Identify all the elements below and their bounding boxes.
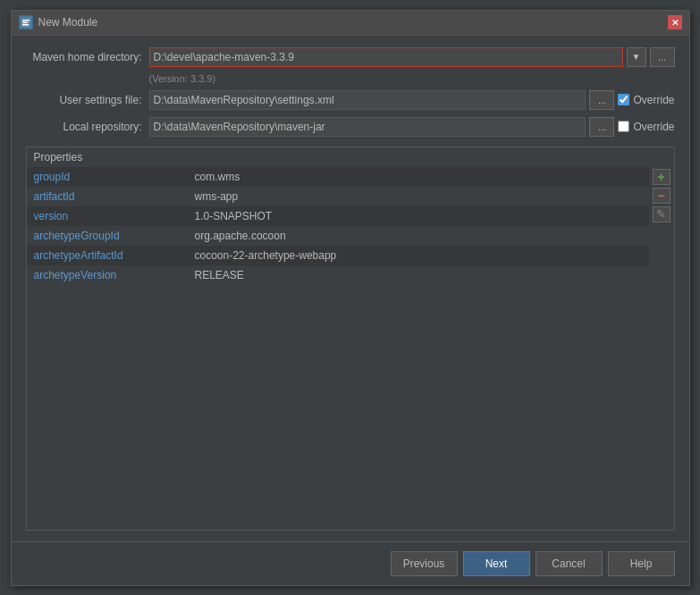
maven-home-row: Maven home directory: ▼ ... xyxy=(26,46,675,68)
remove-property-button[interactable]: − xyxy=(653,188,670,204)
user-settings-override-row: Override xyxy=(618,94,674,106)
user-settings-override-label: Override xyxy=(633,94,674,106)
cancel-button[interactable]: Cancel xyxy=(536,551,603,576)
svg-rect-1 xyxy=(22,20,30,21)
table-row[interactable]: archetypeGroupIdorg.apache.cocoon xyxy=(27,226,649,246)
table-row[interactable]: archetypeVersionRELEASE xyxy=(27,265,649,285)
dialog-footer: Previous Next Cancel Help xyxy=(12,541,689,585)
maven-home-browse-button[interactable]: ... xyxy=(650,47,675,67)
property-key: archetypeVersion xyxy=(27,269,188,281)
maven-home-input[interactable] xyxy=(149,47,623,67)
user-settings-input-group: ... Override xyxy=(149,90,675,110)
local-repo-override-checkbox[interactable] xyxy=(618,121,629,132)
local-repo-input-group: ... Override xyxy=(149,117,675,137)
property-key: version xyxy=(27,210,188,222)
dialog-icon xyxy=(19,15,33,29)
svg-rect-2 xyxy=(22,22,28,24)
property-key: groupId xyxy=(27,171,188,183)
properties-table: groupIdcom.wmsartifactIdwms-appversion1.… xyxy=(27,167,649,530)
property-key: archetypeGroupId xyxy=(27,230,188,242)
add-property-button[interactable]: + xyxy=(653,169,670,185)
maven-version-text: (Version: 3.3.9) xyxy=(149,73,675,84)
maven-home-label: Maven home directory: xyxy=(26,51,142,63)
property-value: RELEASE xyxy=(188,269,649,281)
table-row[interactable]: version1.0-SNAPSHOT xyxy=(27,206,649,226)
local-repo-browse-button[interactable]: ... xyxy=(589,117,614,137)
property-value: org.apache.cocoon xyxy=(188,230,649,242)
previous-button[interactable]: Previous xyxy=(391,551,458,576)
table-row[interactable]: artifactIdwms-app xyxy=(27,187,649,206)
property-value: wms-app xyxy=(188,190,649,203)
local-repo-override-label: Override xyxy=(633,121,674,133)
new-module-dialog: New Module ✕ Maven home directory: ▼ ...… xyxy=(11,10,690,586)
properties-section: Properties groupIdcom.wmsartifactIdwms-a… xyxy=(26,147,675,531)
table-row[interactable]: groupIdcom.wms xyxy=(27,167,649,187)
dialog-title: New Module xyxy=(38,16,98,29)
maven-home-input-group: ▼ ... xyxy=(149,47,675,67)
properties-side-actions: + − ✎ xyxy=(649,167,674,530)
user-settings-browse-button[interactable]: ... xyxy=(589,90,614,110)
property-key: artifactId xyxy=(27,190,188,203)
title-bar-left: New Module xyxy=(19,15,98,29)
user-settings-override-checkbox[interactable] xyxy=(618,94,629,105)
title-bar: New Module ✕ xyxy=(12,11,689,36)
property-value: 1.0-SNAPSHOT xyxy=(188,210,649,222)
user-settings-row: User settings file: ... Override xyxy=(26,89,675,111)
property-value: com.wms xyxy=(188,171,649,183)
edit-property-button[interactable]: ✎ xyxy=(653,206,670,222)
local-repo-label: Local repository: xyxy=(26,121,142,133)
local-repo-row: Local repository: ... Override xyxy=(26,116,675,138)
dialog-content: Maven home directory: ▼ ... (Version: 3.… xyxy=(12,36,689,541)
property-value: cocoon-22-archetype-webapp xyxy=(188,249,649,262)
svg-rect-3 xyxy=(22,24,29,26)
property-key: archetypeArtifactId xyxy=(27,249,188,262)
properties-wrapper: groupIdcom.wmsartifactIdwms-appversion1.… xyxy=(27,167,674,530)
local-repo-override-row: Override xyxy=(618,121,674,133)
help-button[interactable]: Help xyxy=(608,551,675,576)
properties-title: Properties xyxy=(27,147,674,167)
user-settings-input[interactable] xyxy=(149,90,586,110)
user-settings-label: User settings file: xyxy=(26,94,142,106)
close-button[interactable]: ✕ xyxy=(668,15,682,29)
table-row[interactable]: archetypeArtifactIdcocoon-22-archetype-w… xyxy=(27,246,649,265)
local-repo-input[interactable] xyxy=(149,117,586,137)
next-button[interactable]: Next xyxy=(463,551,530,576)
maven-home-dropdown-button[interactable]: ▼ xyxy=(627,47,646,67)
